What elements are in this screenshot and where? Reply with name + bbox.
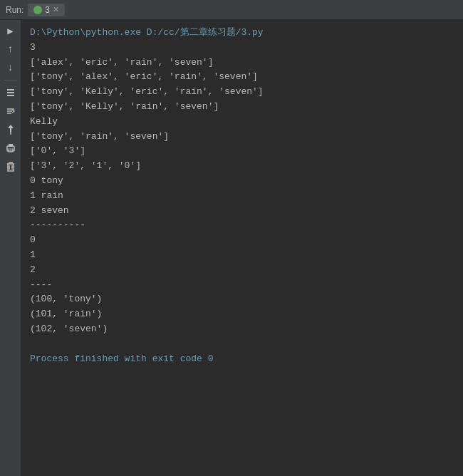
output-line-11: 2 seven [30,204,454,219]
output-line-16: ---- [30,278,454,293]
output-line-15: 2 [30,263,454,278]
output-line-12: ---------- [30,218,454,233]
toolbar-divider-1 [4,80,17,81]
svg-rect-2 [7,95,14,96]
output-line-18: (101, 'rain') [30,307,454,322]
output-line-9: 0 tony [30,174,454,189]
output-line-0: 3 [30,41,454,56]
output-line-8: ['3', '2', '1', '0'] [30,159,454,174]
output-line-14: 1 [30,248,454,263]
output-line-1: ['alex', 'eric', 'rain', 'seven'] [30,56,454,71]
tab-icon [33,6,42,14]
print-icon[interactable] [3,140,19,156]
svg-rect-1 [7,92,14,93]
pin-icon[interactable] [3,122,19,138]
list-icon[interactable] [3,85,19,100]
output-line-13: 0 [30,233,454,248]
scroll-down-button[interactable]: ↓ [3,60,19,76]
output-panel[interactable]: D:\Python\python.exe D:/cc/第二章练习题/3.py 3… [21,20,463,476]
output-line-6: ['tony', 'rain', 'seven'] [30,130,454,145]
output-line-20 [30,337,454,352]
output-line-4: ['tony', 'Kelly', 'rain', 'seven'] [30,100,454,115]
output-line-21: Process finished with exit code 0 [30,352,454,367]
tab-name: 3 [45,5,50,15]
output-line-10: 1 rain [30,189,454,204]
output-line-2: ['tony', 'alex', 'eric', 'rain', 'seven'… [30,70,454,85]
output-line-19: (102, 'seven') [30,322,454,337]
run-tab[interactable]: 3 ✕ [28,4,65,16]
wrap-icon[interactable] [3,103,19,119]
left-toolbar: ▶ ↑ ↓ [0,20,21,476]
scroll-up-button[interactable]: ↑ [3,41,19,57]
main-area: ▶ ↑ ↓ [0,20,463,476]
path-line: D:\Python\python.exe D:/cc/第二章练习题/3.py [30,26,454,41]
svg-rect-0 [7,89,14,90]
top-bar: Run: 3 ✕ [0,0,463,20]
output-line-5: Kelly [30,115,454,130]
run-label: Run: [6,5,24,15]
svg-rect-8 [9,144,13,147]
tab-close-button[interactable]: ✕ [53,5,59,14]
output-line-7: ['0', '3'] [30,144,454,159]
output-line-17: (100, 'tony') [30,292,454,307]
trash-icon[interactable] [3,159,19,175]
play-button[interactable]: ▶ [3,23,19,38]
output-line-3: ['tony', 'Kelly', 'eric', 'rain', 'seven… [30,85,454,100]
ide-wrapper: Run: 3 ✕ ▶ ↑ ↓ [0,0,463,476]
